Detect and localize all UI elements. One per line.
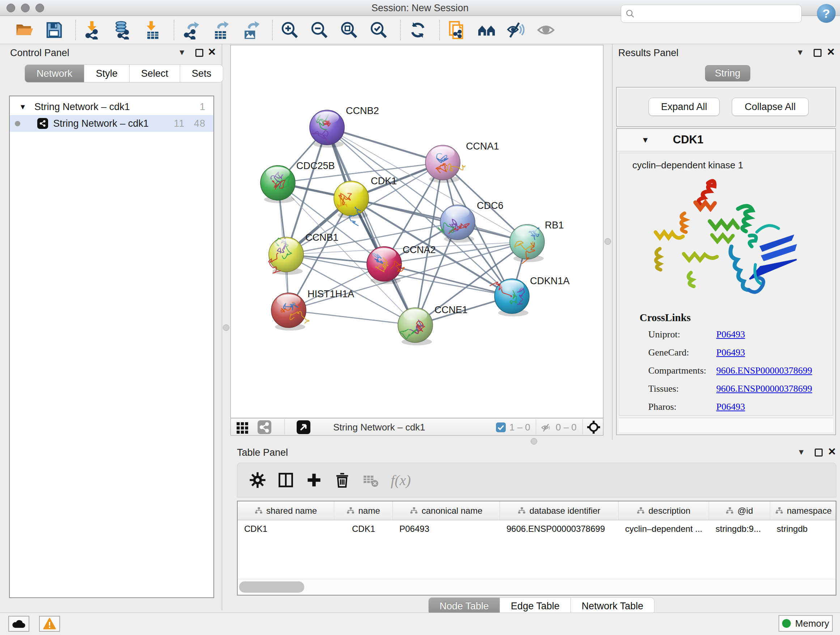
column-header-description[interactable]: description [619, 501, 709, 520]
help-icon[interactable]: ? [817, 4, 836, 23]
import-network-icon[interactable] [82, 19, 103, 41]
panel-collapse-icon[interactable]: ▼ [796, 48, 804, 57]
results-scrollbar[interactable] [619, 418, 833, 432]
table-cell[interactable]: stringdb:9... [709, 520, 770, 538]
tab-edge-table[interactable]: Edge Table [500, 597, 571, 615]
table-cell[interactable]: cyclin–dependent ... [619, 520, 709, 538]
section-expander-icon[interactable]: ▼ [641, 135, 649, 145]
function-builder-icon[interactable]: f(x) [391, 472, 411, 489]
tab-node-table[interactable]: Node Table [428, 597, 500, 615]
search-box[interactable] [621, 5, 802, 23]
table-cell[interactable]: CDK1 [238, 520, 334, 538]
zoom-fit-icon[interactable] [339, 19, 360, 41]
column-header-shared-name[interactable]: shared name [238, 501, 334, 520]
crosslink-link[interactable]: P06493 [716, 402, 745, 412]
column-header-namespace[interactable]: namespace [770, 501, 837, 520]
export-table-icon[interactable] [210, 19, 232, 41]
zoom-selected-icon[interactable] [368, 19, 389, 41]
tab-network[interactable]: Network [25, 65, 84, 82]
network-edge-HIST1H1A-CCNE1[interactable] [289, 310, 415, 325]
column-header-name[interactable]: name [334, 501, 393, 520]
grid-view-icon[interactable] [236, 421, 249, 435]
collapse-all-button[interactable]: Collapse All [732, 98, 808, 116]
tab-style[interactable]: Style [84, 65, 129, 82]
network-node-CDC6[interactable]: CDC6 [438, 200, 503, 242]
refresh-icon[interactable] [407, 19, 428, 41]
panel-float-icon[interactable] [815, 448, 823, 456]
tab-sets[interactable]: Sets [180, 65, 223, 82]
column-header-canonical-name[interactable]: canonical name [393, 501, 500, 520]
selected-checkbox-icon[interactable] [496, 423, 506, 434]
protein-name: CDK1 [673, 133, 703, 146]
zoom-in-icon[interactable] [279, 19, 300, 41]
add-column-plus-icon[interactable] [303, 469, 325, 491]
hide-selected-icon[interactable] [506, 19, 527, 41]
save-session-icon[interactable] [43, 19, 65, 41]
tab-network-table[interactable]: Network Table [571, 597, 655, 615]
import-table-icon[interactable] [142, 19, 163, 41]
network-collection-row[interactable]: ▼ String Network – cdk1 1 [10, 98, 213, 115]
warning-button[interactable] [39, 616, 60, 632]
search-icon [625, 9, 635, 19]
table-cell[interactable]: P06493 [393, 520, 500, 538]
network-canvas[interactable]: CCNB2CCNA1CDC25BCDK1CDC6RB1CCNB1CCNA2CDK… [231, 45, 603, 418]
table-settings-gear-icon[interactable] [247, 469, 268, 491]
network-node-HIST1H1A[interactable]: HIST1H1A [271, 288, 354, 331]
search-input[interactable] [635, 9, 794, 19]
birds-eye-view-icon[interactable] [297, 420, 310, 435]
splitter-handle[interactable] [531, 438, 537, 445]
open-session-icon[interactable] [14, 19, 35, 41]
table-cell[interactable]: CDK1 [334, 520, 393, 538]
network-edge-CCNB2-CCNA1[interactable] [327, 127, 443, 163]
crosslink-link[interactable]: 9606.ENSP00000378699 [716, 383, 812, 394]
export-network-icon[interactable] [181, 19, 202, 41]
delete-column-trash-icon[interactable] [332, 469, 353, 491]
scrollbar-handle[interactable] [239, 581, 304, 593]
protein-section-header[interactable]: ▼ CDK1 [617, 129, 835, 151]
splitter-handle[interactable] [605, 238, 611, 245]
zoom-out-icon[interactable] [309, 19, 330, 41]
panel-close-icon[interactable]: ✕ [828, 446, 836, 458]
table-cell[interactable]: 9606.ENSP00000378699 [500, 520, 619, 538]
panel-collapse-icon[interactable]: ▼ [178, 48, 186, 57]
table-row[interactable]: CDK1CDK1P064939606.ENSP00000378699cyclin… [238, 520, 836, 538]
panel-close-icon[interactable]: ✕ [827, 46, 835, 58]
column-header-database-identifier[interactable]: database identifier [500, 501, 619, 520]
delete-table-icon[interactable] [360, 469, 381, 491]
hidden-eye-slash-icon[interactable] [540, 422, 552, 434]
crosslink-link[interactable]: P06493 [716, 347, 745, 358]
network-graph[interactable]: CCNB2CCNA1CDC25BCDK1CDC6RB1CCNB1CCNA2CDK… [231, 45, 603, 418]
clone-network-icon[interactable] [447, 19, 467, 41]
import-database-icon[interactable] [112, 19, 133, 41]
table-horizontal-scrollbar[interactable] [238, 579, 836, 595]
splitter-handle[interactable] [223, 325, 229, 331]
crosslink-link[interactable]: 9606.ENSP00000378699 [716, 365, 812, 376]
node-label-CCNA1: CCNA1 [466, 141, 499, 152]
crosslink-link[interactable]: P06493 [716, 329, 745, 340]
panel-close-icon[interactable]: ✕ [208, 46, 216, 58]
expand-all-button[interactable]: Expand All [649, 98, 720, 116]
fit-selected-crosshair-icon[interactable] [587, 420, 600, 435]
tab-string[interactable]: String [705, 65, 750, 81]
tree-expander-icon[interactable]: ▼ [19, 103, 27, 111]
network-row[interactable]: String Network – cdk1 11 48 [10, 115, 213, 132]
cloud-button[interactable] [8, 616, 29, 632]
show-columns-icon[interactable] [275, 469, 297, 491]
network-node-CDC25B[interactable]: CDC25B [261, 160, 335, 203]
network-node-CCNA1[interactable]: CCNA1 [425, 141, 499, 183]
export-image-icon[interactable] [240, 19, 261, 41]
tab-select[interactable]: Select [129, 65, 180, 82]
panel-float-icon[interactable] [195, 49, 203, 57]
string-view-icon[interactable] [257, 420, 271, 435]
panel-float-icon[interactable] [813, 49, 821, 57]
first-neighbors-icon[interactable] [476, 19, 497, 41]
table-cell[interactable]: stringdb [770, 520, 837, 538]
show-all-icon[interactable] [535, 19, 556, 41]
column-header--id[interactable]: @id [709, 501, 770, 520]
network-node-RB1[interactable]: RB1 [510, 220, 564, 264]
network-node-CCNE1[interactable]: CCNE1 [398, 304, 468, 345]
network-node-CCNB2[interactable]: CCNB2 [309, 105, 379, 148]
panel-collapse-icon[interactable]: ▼ [797, 448, 805, 457]
memory-button[interactable]: Memory [778, 615, 833, 632]
column-type-icon [726, 507, 734, 515]
